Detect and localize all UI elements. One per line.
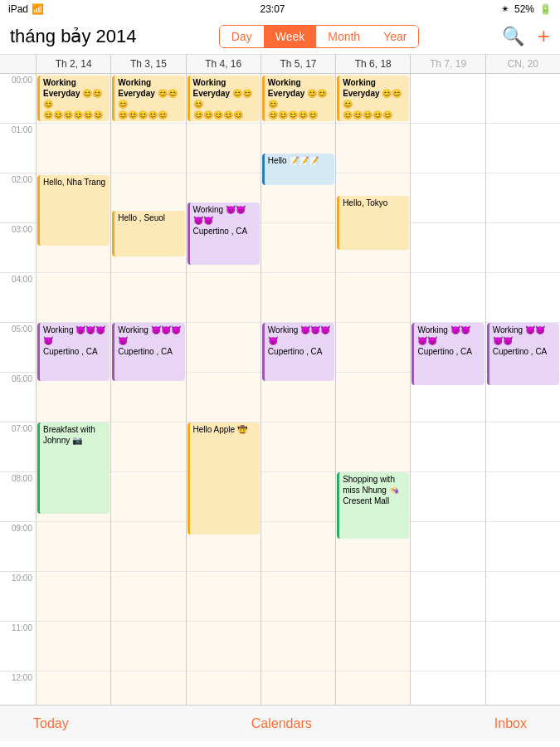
day-col-5: Working 😈😈😈😈Cupertino , CA	[411, 74, 485, 705]
event-hello-nha-trang[interactable]: Hello, Nha Trang	[37, 175, 110, 246]
header: tháng bảy 2014 Day Week Month Year 🔍 +	[0, 18, 560, 55]
event-hello-apple[interactable]: Hello Apple 🤠	[187, 422, 260, 535]
day-header-1: Th 3, 15	[111, 55, 186, 73]
event-breakfast-johnny[interactable]: Breakfast with Johnny 📷	[37, 422, 110, 514]
day-headers-row: Th 2, 14 Th 3, 15 Th 4, 16 Th 5, 17 Th 6…	[0, 55, 560, 74]
device-name: iPad	[8, 3, 28, 15]
day-col-3: Working Everyday 😊😊😊😊😊😊😊😊 Hello 📝📝📝 Work…	[261, 74, 336, 705]
event-working-everyday-4[interactable]: Working Everyday 😊😊😊😊😊😊😊😊	[337, 76, 409, 121]
day-header-4: Th 6, 18	[336, 55, 411, 73]
wifi-icon: 📶	[32, 3, 44, 15]
tab-bar: Today Calendars Inbox	[0, 705, 560, 741]
seg-day[interactable]: Day	[220, 26, 264, 47]
event-hello-tokyo[interactable]: Hello, Tokyo	[337, 196, 409, 250]
days-container: Working Everyday 😊😊😊😊😊😊😊😊😊 Hello, Nha Tr…	[37, 74, 560, 705]
seg-month[interactable]: Month	[316, 26, 372, 47]
day-col-0: Working Everyday 😊😊😊😊😊😊😊😊😊 Hello, Nha Tr…	[37, 74, 111, 705]
day-header-0: Th 2, 14	[37, 55, 111, 73]
event-working-everyday-1[interactable]: Working Everyday 😊😊😊😊😊😊😊😊	[112, 76, 184, 121]
day-col-1: Working Everyday 😊😊😊😊😊😊😊😊 Hello , Seuol …	[111, 74, 186, 705]
event-working-cupertino-1[interactable]: Working 😈😈😈😈Cupertino , CA	[112, 323, 184, 381]
day-header-2: Th 4, 16	[187, 55, 261, 73]
add-icon[interactable]: +	[538, 23, 550, 49]
event-hello-seuol[interactable]: Hello , Seuol	[112, 211, 184, 256]
seg-week[interactable]: Week	[264, 26, 317, 47]
event-working-cupertino-2a[interactable]: Working 😈😈😈😈Cupertino , CA	[187, 203, 260, 265]
tab-today[interactable]: Today	[33, 716, 69, 731]
header-icons: 🔍 +	[502, 23, 550, 49]
tab-inbox[interactable]: Inbox	[494, 716, 527, 731]
battery-text: 52%	[514, 3, 534, 15]
event-working-cupertino-5[interactable]: Working 😈😈😈😈Cupertino , CA	[411, 323, 484, 385]
status-bar: iPad 📶 23:07 ✴ 52% 🔋	[0, 0, 560, 18]
event-hello-notes[interactable]: Hello 📝📝📝	[262, 154, 334, 185]
time-col-header	[0, 55, 37, 73]
calendar-scroll[interactable]: 00:00 01:00 02:00 03:00 04:00 05:00 06:0…	[0, 74, 560, 705]
day-header-6: CN, 20	[486, 55, 560, 73]
day-header-3: Th 5, 17	[261, 55, 336, 73]
day-col-6: Working 😈😈😈😈Cupertino , CA	[486, 74, 560, 705]
seg-year[interactable]: Year	[372, 26, 418, 47]
status-right: ✴ 52% 🔋	[501, 3, 552, 15]
day-header-5: Th 7, 19	[411, 55, 485, 73]
time-col: 00:00 01:00 02:00 03:00 04:00 05:00 06:0…	[0, 74, 37, 705]
bluetooth-icon: ✴	[501, 3, 509, 15]
event-working-cupertino-0[interactable]: Working 😈😈😈😈Cupertino , CA	[37, 323, 110, 381]
search-icon[interactable]: 🔍	[502, 26, 524, 47]
event-working-cupertino-3[interactable]: Working 😈😈😈😈Cupertino , CA	[262, 323, 334, 381]
day-col-4: Working Everyday 😊😊😊😊😊😊😊😊 Hello, Tokyo S…	[336, 74, 411, 705]
event-working-everyday-3[interactable]: Working Everyday 😊😊😊😊😊😊😊😊	[262, 76, 334, 121]
event-working-cupertino-6[interactable]: Working 😈😈😈😈Cupertino , CA	[487, 323, 559, 385]
app-title: tháng bảy 2014	[10, 26, 136, 47]
battery-icon: 🔋	[539, 3, 552, 15]
event-working-everyday-2[interactable]: Working Everyday 😊😊😊😊😊😊😊😊	[187, 76, 260, 121]
day-col-2: Working Everyday 😊😊😊😊😊😊😊😊 Working 😈😈😈😈Cu…	[187, 74, 261, 705]
calendar-grid: 00:00 01:00 02:00 03:00 04:00 05:00 06:0…	[0, 74, 560, 705]
event-working-everyday-0[interactable]: Working Everyday 😊😊😊😊😊😊😊😊😊	[37, 76, 110, 121]
tab-calendars[interactable]: Calendars	[251, 716, 312, 731]
segmented-control: Day Week Month Year	[219, 25, 420, 48]
event-shopping-miss-nhung[interactable]: Shopping with miss Nhung 👒Cresent Mall	[337, 472, 409, 539]
status-left: iPad 📶	[8, 3, 44, 15]
status-time: 23:07	[260, 3, 285, 15]
